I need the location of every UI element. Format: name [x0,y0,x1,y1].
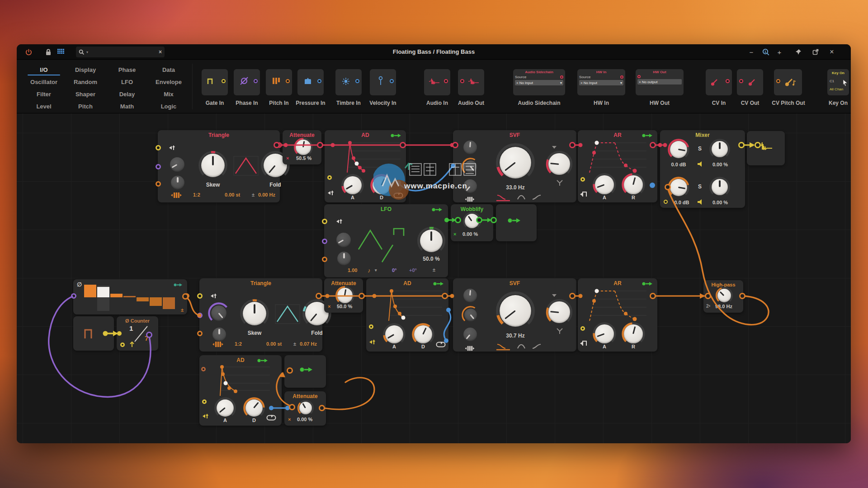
hz-value[interactable]: 0.07 Hz [300,341,317,347]
steps-out-port[interactable] [184,293,189,299]
module-steps[interactable]: ∅ ± [73,279,187,314]
pan1-value[interactable]: 0.00 % [706,162,734,167]
module-ad-bottom[interactable]: AD A D [366,278,448,352]
zoom-level-button[interactable]: 1 [760,47,771,57]
speaker-icon[interactable] [697,199,704,205]
gain2-knob[interactable] [667,176,690,199]
plusminus-icon[interactable]: ± [293,341,296,347]
pin-icon[interactable] [793,47,804,57]
module-triangle-top[interactable]: Triangle Skew Fold 1:2 0.00 st ± 0.00 Hz [158,130,280,202]
decay-knob[interactable] [243,397,265,419]
category-pitch[interactable]: Pitch [65,100,106,113]
category-mix[interactable]: Mix [148,88,189,100]
gate2-port[interactable] [664,200,668,204]
palette-audio-in[interactable] [424,69,450,95]
phase-mod-knob[interactable] [208,302,230,324]
sync-in-port[interactable] [197,293,203,299]
resonance-knob[interactable] [545,298,573,326]
category-data[interactable]: Data [148,64,189,76]
semitone-value[interactable]: 0.00 st [266,341,282,347]
attack-knob[interactable] [592,173,617,197]
cutoff-knob[interactable] [495,142,536,183]
steps-display[interactable] [83,282,175,311]
pitch-mode-icon[interactable] [170,192,182,199]
decay-knob[interactable] [411,323,435,346]
trigger-out-icon[interactable] [433,282,445,286]
semitone-value[interactable]: 0.00 st [225,192,240,197]
slope-value[interactable]: 2ˣ [706,304,710,309]
note-icon[interactable]: ♪ [368,267,371,274]
cutoff-mod-knob[interactable] [461,138,479,156]
sync-in-port[interactable] [322,219,327,224]
attenuate-knob[interactable] [335,286,355,305]
trigger-out-icon[interactable] [391,133,402,138]
envelope-display[interactable] [335,139,402,175]
envelope-display[interactable] [586,139,653,175]
attack-knob[interactable] [592,322,617,346]
category-random[interactable]: Random [65,76,106,88]
attack-knob[interactable] [382,323,406,346]
palette-audio-sidechain[interactable]: Audio Sidechain Source ×No Input▾ [513,69,565,95]
trigger-out-icon[interactable] [432,207,443,212]
bipolar-icon[interactable]: ± [433,267,435,272]
palette-hw-out[interactable]: HW Out ×No output [636,69,684,95]
attenuate-value[interactable]: 50.0 % [337,304,352,309]
fold-mod-knob[interactable] [169,174,187,192]
palette-pressure-in[interactable] [297,69,324,95]
note-caret-icon[interactable]: ▾ [375,268,377,272]
palette-timbre-in[interactable] [335,69,362,95]
module-highpass[interactable]: High-pass 2ˣ 98.0 Hz [703,280,743,313]
amount-knob[interactable] [416,226,446,256]
res-mod-knob[interactable] [461,177,479,195]
rate-mod-knob[interactable] [335,249,353,267]
phase-in-port[interactable] [197,313,203,318]
attack-knob[interactable] [341,174,364,197]
rate-in-port[interactable] [322,257,327,262]
zoom-in-button[interactable]: + [774,47,785,57]
release-knob[interactable] [621,173,646,197]
pan2-value[interactable]: 0.00 % [706,200,734,205]
keytrack-icon[interactable] [464,196,476,202]
cutoff-knob[interactable] [495,290,536,332]
keytrack-icon[interactable] [464,345,476,352]
gain2-value[interactable]: 0.0 dB [669,200,694,205]
hw-out-dropdown[interactable]: ×No output [637,79,682,84]
envelope-display[interactable] [586,287,653,324]
module-ad-top[interactable]: AD A D [325,130,406,202]
phase-in-port[interactable] [322,239,327,244]
gate-in-port[interactable] [580,177,585,182]
module-svf-bottom[interactable]: SVF 30.7 Hz [453,278,576,352]
envelope-display[interactable] [376,287,444,324]
loop-icon[interactable] [436,342,446,347]
hz-value[interactable]: 0.00 Hz [258,192,275,197]
module-attenuate-bottom[interactable]: Attenuate × 50.0 % [324,278,363,313]
loop-icon[interactable] [393,192,403,198]
palette-gate-in[interactable] [202,69,228,95]
bipolar-icon[interactable]: ± [181,307,184,313]
pan1-knob[interactable] [709,138,731,160]
gate-in-port[interactable] [327,175,332,180]
palette-cv-pitch-out[interactable] [774,69,802,95]
category-display[interactable]: Display [65,64,106,76]
lowpass-icon[interactable] [495,193,514,202]
envelope-display[interactable] [209,363,273,398]
loop-icon[interactable] [266,415,276,421]
category-level[interactable]: Level [23,100,65,113]
trigger-out-icon[interactable] [642,133,654,138]
cutoff-mod-knob[interactable] [461,286,479,305]
ratio-value[interactable]: 1:2 [235,341,242,347]
attack-knob[interactable] [214,397,236,419]
category-delay[interactable]: Delay [106,88,148,100]
trigger-out-icon[interactable] [257,358,269,363]
palette-phase-in[interactable] [234,69,260,95]
resonance-knob[interactable] [545,150,573,178]
res-mod-knob[interactable] [461,325,479,343]
pan2-knob[interactable] [709,176,731,198]
phase-in-port[interactable] [156,164,161,169]
module-ar-top[interactable]: AR A R [578,130,657,202]
speaker-icon[interactable] [697,161,704,167]
gate-in-port[interactable] [202,399,207,404]
plusminus-icon[interactable]: ± [252,192,255,197]
module-attenuate-top[interactable]: Attenuate × 50.5 % [283,130,321,164]
module-out-small-bottom[interactable] [284,355,326,388]
